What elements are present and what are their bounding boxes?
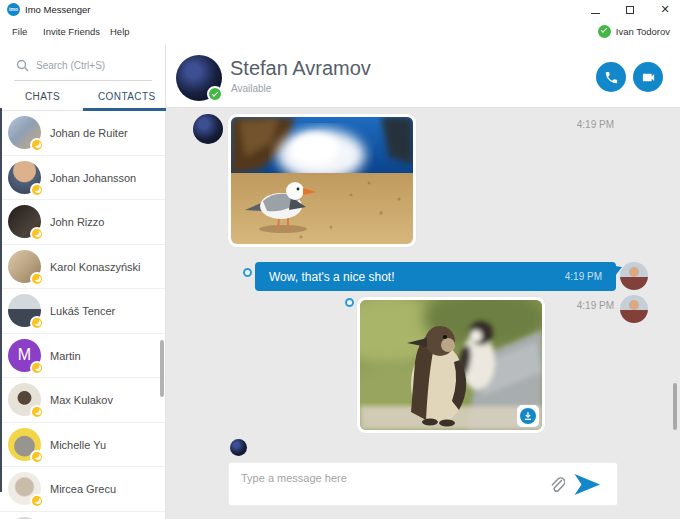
contact-row-lukas-tencer[interactable]: Lukáš Tencer	[0, 289, 165, 334]
sidebar-tabs: CHATS CONTACTS	[0, 83, 166, 111]
contact-row-michelle-yu[interactable]: Michelle Yu	[0, 423, 165, 468]
contact-row-john-rizzo[interactable]: John Rizzo	[0, 200, 165, 245]
send-button[interactable]	[573, 472, 601, 497]
window-title: Imo Messenger	[25, 4, 90, 15]
chat-peer-status: Available	[231, 83, 271, 94]
conversation-area: 4:19 PM Wow, that's a nice shot! 4:19 PM	[166, 108, 680, 519]
message-text: Wow, that's a nice shot!	[269, 270, 394, 284]
video-call-button[interactable]	[633, 62, 663, 92]
menu-help[interactable]: Help	[110, 26, 130, 37]
minimize-button[interactable]	[580, 0, 610, 20]
contact-name: Michelle Yu	[50, 439, 106, 451]
incoming-image-message[interactable]	[228, 114, 416, 247]
search-box[interactable]	[14, 55, 152, 81]
window-edge-line	[0, 108, 2, 492]
avatar	[8, 116, 41, 149]
contact-row-karol-konaszynski[interactable]: Karol Konaszyński	[0, 245, 165, 290]
title-bar: imo Imo Messenger ✕	[0, 0, 680, 20]
message-timestamp: 4:19 PM	[577, 119, 614, 130]
app-logo-icon: imo	[7, 3, 20, 16]
sidebar-scrollbar-thumb[interactable]	[160, 340, 164, 397]
seagull-photo	[231, 117, 413, 244]
away-status-icon	[30, 316, 44, 330]
away-status-icon	[30, 494, 44, 508]
avatar: M	[8, 339, 41, 372]
maximize-icon	[626, 6, 634, 14]
away-status-icon	[30, 138, 44, 152]
avatar	[8, 428, 41, 461]
penguins-photo	[360, 300, 542, 430]
avatar	[8, 250, 41, 283]
download-image-button[interactable]	[517, 405, 539, 427]
outgoing-message-avatar	[620, 262, 648, 290]
attach-file-icon[interactable]	[549, 476, 565, 494]
contact-name: Mircea Grecu	[50, 483, 116, 495]
message-status-icon	[243, 268, 252, 277]
search-input[interactable]	[36, 60, 146, 71]
avatar	[8, 205, 41, 238]
contact-name: Martin	[50, 350, 81, 362]
message-timestamp: 4:19 PM	[577, 300, 614, 311]
menu-file[interactable]: File	[12, 26, 27, 37]
download-icon	[520, 408, 536, 424]
contact-name: Johan Johansson	[50, 172, 136, 184]
contact-row-partial[interactable]	[0, 512, 165, 519]
phone-icon	[604, 70, 619, 85]
seen-indicator-avatar	[230, 439, 247, 456]
check-icon	[212, 90, 218, 96]
outgoing-image-message[interactable]	[357, 297, 545, 433]
contact-name: Max Kulakov	[50, 394, 113, 406]
contact-list: Johan de Ruiter Johan Johansson John Riz…	[0, 111, 165, 519]
current-user-name: Ivan Todorov	[616, 26, 670, 37]
contact-row-mircea-grecu[interactable]: Mircea Grecu	[0, 467, 165, 512]
menu-invite-friends[interactable]: Invite Friends	[43, 26, 100, 37]
message-status-icon	[345, 298, 354, 307]
chat-header: Stefan Avramov Available	[166, 45, 680, 108]
avatar	[8, 383, 41, 416]
contact-row-johan-de-ruiter[interactable]: Johan de Ruiter	[0, 111, 165, 156]
close-button[interactable]: ✕	[650, 0, 680, 20]
message-timestamp: 4:19 PM	[565, 271, 602, 282]
message-input[interactable]	[241, 472, 511, 484]
outgoing-text-message[interactable]: Wow, that's a nice shot! 4:19 PM	[255, 262, 616, 291]
avatar	[8, 472, 41, 505]
chat-peer-avatar[interactable]	[176, 55, 222, 101]
video-camera-icon	[641, 70, 656, 85]
contact-name: Lukáš Tencer	[50, 305, 115, 317]
chat-peer-name: Stefan Avramov	[230, 57, 371, 80]
outgoing-message-avatar	[620, 295, 648, 323]
away-status-icon	[30, 227, 44, 241]
incoming-message-avatar	[193, 114, 223, 144]
away-status-icon	[30, 183, 44, 197]
online-status-icon	[207, 86, 223, 102]
menu-bar: File Invite Friends Help Ivan Todorov	[0, 20, 680, 45]
audio-call-button[interactable]	[596, 62, 626, 92]
away-status-icon	[30, 405, 44, 419]
avatar	[8, 294, 41, 327]
current-user[interactable]: Ivan Todorov	[598, 25, 670, 38]
away-status-icon	[30, 450, 44, 464]
contact-row-max-kulakov[interactable]: Max Kulakov	[0, 378, 165, 423]
check-icon	[601, 26, 607, 32]
contact-row-martin[interactable]: M Martin	[0, 334, 165, 379]
app-window: imo Imo Messenger ✕ File Invite Friends …	[0, 0, 680, 519]
away-status-icon	[30, 272, 44, 286]
chat-scrollbar-thumb[interactable]	[673, 383, 677, 430]
contact-row-johan-johansson[interactable]: Johan Johansson	[0, 156, 165, 201]
maximize-button[interactable]	[615, 0, 645, 20]
contact-name: John Rizzo	[50, 216, 104, 228]
avatar	[8, 161, 41, 194]
contact-name: Karol Konaszyński	[50, 261, 141, 273]
sidebar: CHATS CONTACTS Johan de Ruiter Johan Joh…	[0, 45, 166, 519]
minimize-icon	[591, 13, 600, 14]
away-status-icon	[30, 361, 44, 375]
search-icon	[16, 59, 29, 72]
contact-name: Johan de Ruiter	[50, 127, 128, 139]
tab-chats[interactable]: CHATS	[25, 91, 60, 102]
message-composer	[228, 462, 618, 506]
online-status-icon	[598, 25, 611, 38]
tab-contacts[interactable]: CONTACTS	[98, 91, 155, 102]
